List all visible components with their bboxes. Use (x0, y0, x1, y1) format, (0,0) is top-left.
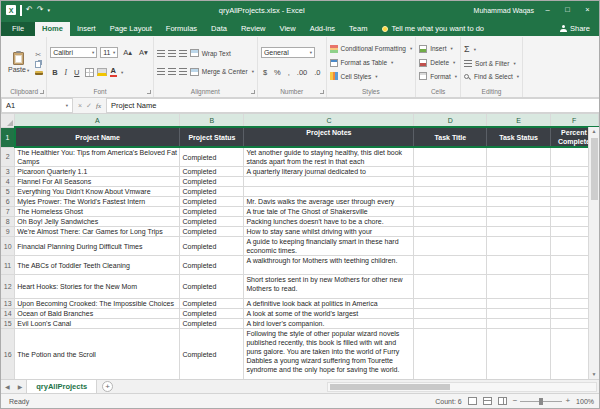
zoom-level[interactable]: 100% (576, 398, 594, 405)
zoom-slider[interactable]: − + (513, 397, 570, 405)
align-left-button[interactable] (157, 68, 165, 75)
font-name-select[interactable]: Calibri▾ (50, 47, 97, 58)
italic-button[interactable]: I (63, 67, 70, 78)
zoom-in-icon[interactable]: + (565, 397, 570, 405)
paste-button[interactable]: Paste▾ (5, 51, 32, 74)
cell-C15[interactable]: A bird lover's companion. (244, 319, 414, 329)
cell-E1[interactable]: Task Status (487, 127, 551, 147)
cell-D4[interactable] (414, 177, 487, 187)
cell-B9[interactable]: Completed (180, 227, 244, 237)
cell-B15[interactable]: Completed (180, 319, 244, 329)
share-button[interactable]: Share (551, 22, 599, 36)
excel-app-icon[interactable]: X (6, 5, 16, 15)
cell-D3[interactable] (414, 167, 487, 177)
sheet-nav-right-icon[interactable]: ▶ (14, 383, 27, 390)
cell-C3[interactable]: A quarterly literary journal dedicated t… (244, 167, 414, 177)
format-as-table-button[interactable]: Format as Table ▾ (330, 59, 413, 67)
cell-D16[interactable] (414, 329, 487, 380)
cell-D2[interactable] (414, 147, 487, 167)
cell-D8[interactable] (414, 217, 487, 227)
cell-B2[interactable]: Completed (180, 147, 244, 167)
column-header-A[interactable]: A (15, 114, 180, 127)
cell-D10[interactable] (414, 237, 487, 256)
tab-add-ins[interactable]: Add-ins (303, 22, 342, 36)
font-dialog-launcher[interactable] (147, 90, 151, 94)
enter-formula-icon[interactable]: ✓ (86, 102, 92, 110)
cell-E15[interactable] (487, 319, 551, 329)
cell-E13[interactable] (487, 299, 551, 309)
increase-decimal-button[interactable]: .00 (295, 67, 309, 78)
cell-E3[interactable] (487, 167, 551, 177)
select-all-button[interactable] (1, 114, 15, 127)
merge-center-button[interactable]: Merge & Center (202, 68, 248, 75)
delete-cells-button[interactable]: Delete ▾ (419, 59, 457, 67)
cell-C13[interactable]: A definitive look back at politics in Am… (244, 299, 414, 309)
column-header-C[interactable]: C (244, 114, 414, 127)
row-header-1[interactable]: 1 (1, 127, 15, 147)
user-name[interactable]: Muhammad Waqas (474, 7, 534, 14)
conditional-formatting-button[interactable]: Conditional Formatting ▾ (330, 45, 413, 53)
column-header-B[interactable]: B (180, 114, 244, 127)
tab-data[interactable]: Data (204, 22, 234, 36)
cell-C10[interactable]: A guide to keeping financially smart in … (244, 237, 414, 256)
cell-E10[interactable] (487, 237, 551, 256)
new-sheet-button[interactable]: + (102, 381, 113, 392)
column-header-E[interactable]: E (487, 114, 551, 127)
cell-B1[interactable]: Project Status (180, 127, 244, 147)
normal-view-button[interactable] (468, 397, 477, 405)
bold-button[interactable]: B (50, 67, 59, 78)
font-color-button[interactable]: A (110, 67, 117, 77)
row-header-6[interactable]: 6 (1, 197, 15, 207)
cell-A2[interactable]: The Healthier You: Tips from America's B… (15, 147, 180, 167)
cell-C7[interactable]: A true tale of The Ghost of Shakersville (244, 207, 414, 217)
percent-style-button[interactable]: % (272, 67, 283, 78)
minimize-button[interactable]: – (541, 1, 554, 19)
row-header-9[interactable]: 9 (1, 227, 15, 237)
cell-B8[interactable]: Completed (180, 217, 244, 227)
scroll-up-icon[interactable]: ▲ (592, 127, 597, 136)
decrease-decimal-button[interactable]: .0 (312, 67, 322, 78)
scroll-down-icon[interactable]: ▼ (592, 370, 597, 379)
cell-C11[interactable]: A walkthrough for Mothers with teething … (244, 256, 414, 275)
close-button[interactable]: × (581, 1, 594, 19)
row-header-10[interactable]: 10 (1, 237, 15, 256)
wrap-text-button[interactable]: Wrap Text (202, 50, 231, 57)
cell-A7[interactable]: The Homeless Ghost (15, 207, 180, 217)
cell-E6[interactable] (487, 197, 551, 207)
cell-E2[interactable] (487, 147, 551, 167)
grow-font-button[interactable]: A▴ (121, 47, 134, 58)
find-select-button[interactable]: Find & Select ▾ (464, 73, 519, 80)
cell-C2[interactable]: Yet another guide to staying healthy, th… (244, 147, 414, 167)
name-box[interactable]: A1 ▾ (1, 98, 73, 113)
cell-A11[interactable]: The ABCs of Toddler Teeth Cleaning (15, 256, 180, 275)
cell-A9[interactable]: We're Almost There: Car Games for Long T… (15, 227, 180, 237)
sheet-tab-qryallprojects[interactable]: qryAllProjects (26, 380, 97, 393)
cell-C14[interactable]: A look at some of the world's largest (244, 309, 414, 319)
cell-B12[interactable]: Completed (180, 275, 244, 299)
comma-style-button[interactable]: , (286, 67, 292, 78)
cell-E12[interactable] (487, 275, 551, 299)
cell-A13[interactable]: Upon Becoming Crooked: The Impossible Ch… (15, 299, 180, 309)
insert-function-icon[interactable]: fx (96, 102, 101, 110)
align-middle-button[interactable] (168, 50, 176, 57)
cancel-formula-icon[interactable]: × (78, 102, 82, 109)
cell-B16[interactable]: Completed (180, 329, 244, 380)
format-cells-button[interactable]: Format ▾ (419, 72, 457, 80)
tab-home[interactable]: Home (35, 22, 70, 36)
formula-input[interactable]: Project Name (106, 98, 599, 113)
number-format-select[interactable]: General▾ (261, 47, 315, 58)
cell-C4[interactable] (244, 177, 414, 187)
copy-button[interactable] (35, 61, 43, 68)
cell-A6[interactable]: Myles Prower: The World's Fastest Intern (15, 197, 180, 207)
alignment-dialog-launcher[interactable] (251, 90, 255, 94)
cell-C5[interactable] (244, 187, 414, 197)
cell-B4[interactable]: Completed (180, 177, 244, 187)
column-header-F[interactable]: F (550, 114, 598, 127)
align-top-button[interactable] (157, 50, 165, 57)
cell-D7[interactable] (414, 207, 487, 217)
tell-me-box[interactable]: Tell me what you want to do (374, 22, 492, 36)
cell-C6[interactable]: Mr. Davis walks the average user through… (244, 197, 414, 207)
fill-color-button[interactable] (97, 68, 107, 76)
cell-A10[interactable]: Financial Planning During Difficult Time… (15, 237, 180, 256)
cell-B13[interactable]: Completed (180, 299, 244, 309)
